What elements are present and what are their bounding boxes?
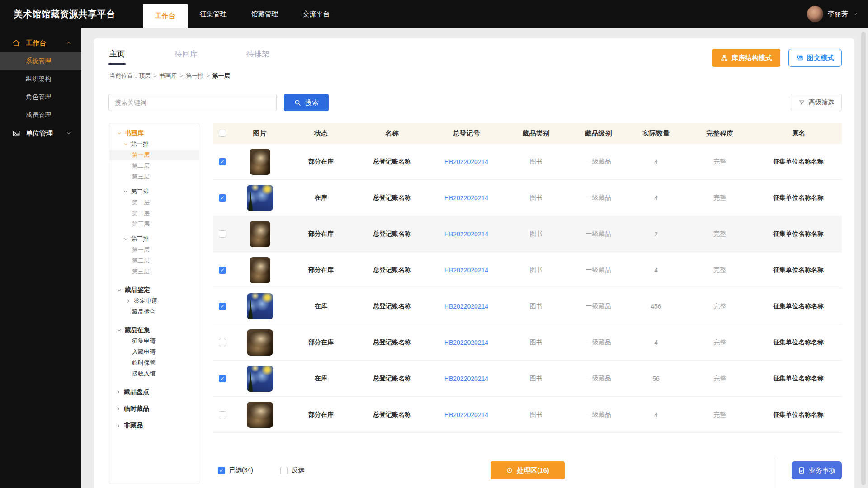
tree-node-鉴定申请[interactable]: 鉴定申请 [109,296,199,306]
user-menu[interactable]: 李丽芳 [807,0,858,28]
tree-node-征集申请[interactable]: 征集申请 [109,336,199,347]
breadcrumb-item[interactable]: 顶层 [139,72,151,79]
tree-node-label: 第三层 [132,220,150,228]
selected-count-checkbox[interactable]: 已选(34) [218,466,253,474]
top-nav-item[interactable]: 工作台 [143,4,188,28]
registration-number-link[interactable]: HB2022020214 [430,303,503,310]
tree-node-藏品征集[interactable]: 藏品征集 [109,325,199,336]
classical-painting-thumbnail[interactable] [250,257,270,283]
tree-node-label: 第一层 [132,246,150,254]
storage-structure-mode-button[interactable]: 库房结构模式 [712,49,780,67]
advanced-filter-button[interactable]: 高级筛选 [791,94,842,111]
row-checkbox[interactable] [219,303,226,310]
process-zone-button[interactable]: 处理区(16) [491,461,565,479]
app-title: 美术馆馆藏资源共享平台 [14,8,116,20]
quantity-cell: 4 [627,411,684,418]
registration-number-link[interactable]: HB2022020214 [430,375,503,382]
breadcrumb-item[interactable]: 第一层 [212,72,230,79]
registration-number-link[interactable]: HB2022020214 [430,339,503,346]
tab-主页[interactable]: 主页 [108,49,126,65]
tree-node-临时藏品[interactable]: 临时藏品 [109,404,199,414]
row-checkbox[interactable] [219,158,226,165]
status-cell: 部分在库 [288,158,354,166]
search-input[interactable] [108,94,277,111]
tree-node-第三层[interactable]: 第三层 [109,266,199,277]
top-nav-item[interactable]: 征集管理 [188,0,239,28]
tree-node-第二层[interactable]: 第二层 [109,255,199,266]
tree-node-第三排[interactable]: 第三排 [109,234,199,244]
tree-node-第二层[interactable]: 第二层 [109,208,199,219]
registration-number-link[interactable]: HB2022020214 [430,411,503,418]
classical-painting-thumbnail[interactable] [250,149,270,175]
tree-node-入藏申请[interactable]: 入藏申请 [109,347,199,357]
tree-node-第二排[interactable]: 第二排 [109,186,199,197]
registration-number-link[interactable]: HB2022020214 [430,267,503,274]
starry-night-thumbnail[interactable] [247,185,273,211]
tree-node-第一层[interactable]: 第一层 [109,197,199,208]
row-checkbox[interactable] [219,194,226,202]
tree-node-藏品盘点[interactable]: 藏品盘点 [109,387,199,398]
sidebar-group-label: 工作台 [26,39,46,47]
breadcrumb-item[interactable]: 第一排 [186,72,203,79]
row-checkbox[interactable] [219,230,226,238]
business-items-button[interactable]: 业务事项 [792,461,842,479]
classical-painting-thumbnail[interactable] [250,221,270,247]
registration-number-link[interactable]: HB2022020214 [430,230,503,238]
graphic-mode-button[interactable]: 图文模式 [788,49,842,67]
tab-待排架[interactable]: 待排架 [246,49,269,65]
page-scrollbar[interactable] [861,32,866,485]
column-header: 藏品级别 [569,129,627,138]
tree-node-label: 藏品鉴定 [125,286,150,294]
content-tabs: 主页待回库待排架 [108,49,269,65]
select-all-checkbox[interactable] [219,130,226,137]
tree-node-书画库[interactable]: 书画库 [109,128,199,139]
tree-node-藏品拆合[interactable]: 藏品拆合 [109,306,199,317]
tree-node-label: 藏品拆合 [132,308,156,316]
classical-painting-thumbnail[interactable] [247,402,273,428]
tree-node-第一排[interactable]: 第一排 [109,139,199,150]
row-checkbox[interactable] [219,339,226,346]
tree-node-第二层[interactable]: 第二层 [109,160,199,171]
sidebar-item-系统管理[interactable]: 系统管理 [0,52,81,70]
starry-night-thumbnail[interactable] [247,293,273,319]
starry-night-thumbnail[interactable] [247,366,273,392]
sidebar-group-单位管理[interactable]: 单位管理 [0,124,81,142]
classical-painting-thumbnail[interactable] [247,329,273,356]
checkbox-unchecked-icon[interactable] [280,467,288,474]
row-checkbox[interactable] [219,267,226,274]
category-cell: 图书 [503,338,569,347]
tree-node-接收入馆[interactable]: 接收入馆 [109,368,199,379]
row-checkbox[interactable] [219,375,226,382]
tree-node-非藏品[interactable]: 非藏品 [109,420,199,431]
name-cell: 总登记账名称 [354,158,430,166]
integrity-cell: 完整 [684,158,755,166]
status-cell: 部分在库 [288,266,354,274]
registration-number-link[interactable]: HB2022020214 [430,158,503,165]
scrollbar-thumb[interactable] [861,32,866,485]
invert-selection-checkbox[interactable]: 反选 [280,466,304,474]
image-mode-icon [796,54,803,61]
top-nav-item[interactable]: 馆藏管理 [239,0,291,28]
table-row: 部分在库总登记账名称HB2022020214图书一级藏品2完整征集单位名称名称 [213,216,842,252]
top-nav-item[interactable]: 交流平台 [291,0,342,28]
row-checkbox[interactable] [219,411,226,418]
tree-node-第一层[interactable]: 第一层 [109,244,199,255]
category-cell: 图书 [503,266,569,274]
tree-node-藏品鉴定[interactable]: 藏品鉴定 [109,285,199,296]
checkbox-checked-icon[interactable] [218,467,225,474]
search-button[interactable]: 搜索 [284,94,329,111]
tree-node-第三层[interactable]: 第三层 [109,219,199,230]
row-checkbox-cell [213,158,231,165]
tree-node-临时保管[interactable]: 临时保管 [109,357,199,368]
sidebar-item-角色管理[interactable]: 角色管理 [0,88,81,106]
sidebar-group-工作台[interactable]: 工作台 [0,34,81,52]
grade-cell: 一级藏品 [569,158,627,166]
sidebar-item-成员管理[interactable]: 成员管理 [0,106,81,124]
tab-待回库[interactable]: 待回库 [175,49,198,65]
registration-number-link[interactable]: HB2022020214 [430,194,503,202]
sidebar-item-组织架构[interactable]: 组织架构 [0,70,81,88]
row-checkbox-cell [213,230,231,238]
breadcrumb-item[interactable]: 书画库 [160,72,177,79]
tree-node-第一层[interactable]: 第一层 [109,150,199,160]
tree-node-第三层[interactable]: 第三层 [109,171,199,182]
